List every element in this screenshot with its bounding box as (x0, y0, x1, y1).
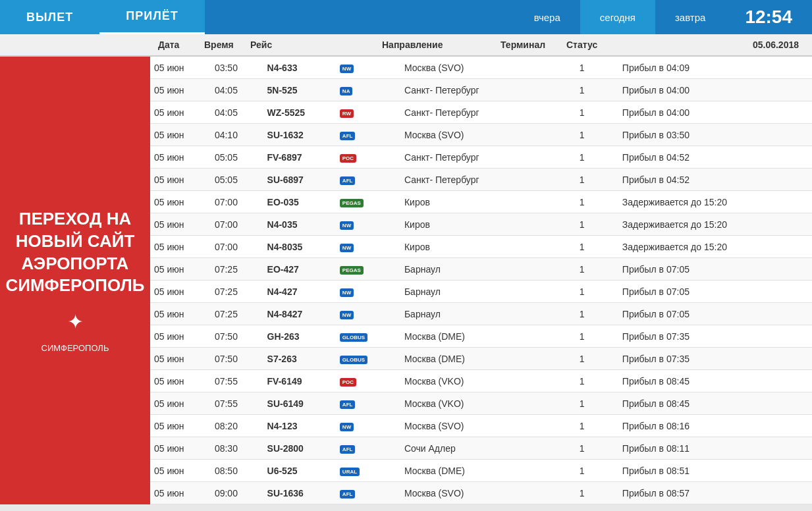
cell-airline-logo: GLOBUS (336, 325, 400, 348)
cell-flight: SU-6897 (263, 169, 336, 191)
departure-tab[interactable]: ВЫЛЕТ (0, 0, 99, 34)
main-content: ПЕРЕХОД НА НОВЫЙ САЙТ АЭРОПОРТА СИМФЕРОП… (0, 57, 812, 504)
cell-terminal: 1 (546, 482, 618, 504)
cell-status: Прибыл в 07:35 (618, 325, 812, 348)
cell-flight: EO-427 (263, 258, 336, 281)
cell-terminal: 1 (546, 57, 618, 79)
cell-airline-logo: РОС (336, 146, 400, 169)
header-flight: Рейс (250, 40, 329, 50)
cell-flight: 5N-525 (263, 79, 336, 101)
cell-flight: SU-6149 (263, 392, 336, 415)
airline-logo-icon: NW (340, 311, 354, 319)
cell-destination: Санкт- Петербург (400, 146, 546, 169)
table-row[interactable]: 05 июн 07:50 S7-263 GLOBUS Москва (DME) … (150, 348, 812, 370)
today-button[interactable]: сегодня (580, 0, 655, 34)
table-row[interactable]: 05 июн 09:00 SU-1636 AFL Москва (SVO) 1 … (150, 482, 812, 504)
cell-date: 05 июн (150, 303, 211, 325)
table-row[interactable]: 05 июн 05:05 FV-6897 РОС Санкт- Петербур… (150, 146, 812, 169)
cell-destination: Барнаул (400, 303, 546, 325)
table-row[interactable]: 05 июн 08:20 N4-123 NW Москва (SVO) 1 Пр… (150, 415, 812, 437)
cell-date: 05 июн (150, 281, 211, 303)
tomorrow-button[interactable]: завтра (655, 0, 725, 34)
cell-status: Задерживается до 15:20 (618, 191, 812, 213)
cell-time: 07:50 (211, 348, 263, 370)
cell-airline-logo: AFL (336, 392, 400, 415)
cell-flight: N4-8427 (263, 303, 336, 325)
cell-time: 03:50 (211, 57, 263, 79)
table-row[interactable]: 05 июн 07:25 N4-427 NW Барнаул 1 Прибыл … (150, 281, 812, 303)
table-row[interactable]: 05 июн 05:05 SU-6897 AFL Санкт- Петербур… (150, 169, 812, 191)
airline-logo-icon: РОС (340, 154, 356, 163)
airline-logo-icon: NW (340, 423, 354, 431)
cell-status: Прибыл в 04:00 (618, 79, 812, 101)
table-row[interactable]: 05 июн 03:50 N4-633 NW Москва (SVO) 1 Пр… (150, 57, 812, 79)
cell-time: 07:00 (211, 236, 263, 258)
cell-time: 05:05 (211, 169, 263, 191)
table-row[interactable]: 05 июн 07:00 N4-8035 NW Киров 1 Задержив… (150, 236, 812, 258)
cell-destination: Сочи Адлер (400, 437, 546, 460)
cell-destination: Москва (SVO) (400, 482, 546, 504)
table-row[interactable]: 05 июн 04:05 5N-525 NA Санкт- Петербург … (150, 79, 812, 101)
table-row[interactable]: 05 июн 07:55 SU-6149 AFL Москва (VKO) 1 … (150, 392, 812, 415)
airline-logo-icon: NW (340, 221, 354, 230)
table-row[interactable]: 05 июн 08:50 U6-525 URAL Москва (DME) 1 … (150, 460, 812, 482)
cell-status: Прибыл в 08:45 (618, 370, 812, 392)
left-banner[interactable]: ПЕРЕХОД НА НОВЫЙ САЙТ АЭРОПОРТА СИМФЕРОП… (0, 57, 150, 504)
cell-destination: Киров (400, 191, 546, 213)
cell-destination: Санкт- Петербург (400, 101, 546, 124)
airline-logo-icon: PEGAS (340, 266, 364, 275)
airline-logo-icon: NW (340, 288, 354, 297)
table-row[interactable]: 05 июн 07:00 N4-035 NW Киров 1 Задержива… (150, 213, 812, 236)
cell-date: 05 июн (150, 191, 211, 213)
table-row[interactable]: 05 июн 04:10 SU-1632 AFL Москва (SVO) 1 … (150, 124, 812, 146)
cell-flight: GH-263 (263, 325, 336, 348)
airline-logo-icon: AFL (340, 400, 356, 409)
cell-destination: Москва (VKO) (400, 370, 546, 392)
cell-date: 05 июн (150, 124, 211, 146)
airline-logo-icon: AFL (340, 176, 356, 185)
table-row[interactable]: 05 июн 07:50 GH-263 GLOBUS Москва (DME) … (150, 325, 812, 348)
cell-airline-logo: NA (336, 79, 400, 101)
header-date: Дата (151, 40, 204, 50)
cell-time: 07:50 (211, 325, 263, 348)
airline-logo-icon: PEGAS (340, 199, 364, 207)
cell-time: 07:25 (211, 258, 263, 281)
cell-destination: Москва (SVO) (400, 57, 546, 79)
cell-time: 05:05 (211, 146, 263, 169)
airline-logo-icon: AFL (340, 490, 356, 498)
header-destination: Направление (382, 40, 501, 50)
table-row[interactable]: 05 июн 07:00 EO-035 PEGAS Киров 1 Задерж… (150, 191, 812, 213)
table-row[interactable]: 05 июн 07:25 EO-427 PEGAS Барнаул 1 Приб… (150, 258, 812, 281)
airline-logo-icon: РОС (340, 378, 356, 387)
yesterday-button[interactable]: вчера (514, 0, 580, 34)
cell-terminal: 1 (546, 124, 618, 146)
cell-status: Прибыл в 07:05 (618, 258, 812, 281)
cell-airline-logo: AFL (336, 437, 400, 460)
arrival-tab[interactable]: ПРИЛЁТ (99, 0, 205, 34)
cell-date: 05 июн (150, 370, 211, 392)
table-row[interactable]: 05 июн 04:05 WZ-5525 RW Санкт- Петербург… (150, 101, 812, 124)
cell-date: 05 июн (150, 392, 211, 415)
cell-flight: N4-427 (263, 281, 336, 303)
cell-terminal: 1 (546, 415, 618, 437)
cell-time: 08:50 (211, 460, 263, 482)
cell-terminal: 1 (546, 392, 618, 415)
cell-airline-logo: РОС (336, 370, 400, 392)
table-row[interactable]: 05 июн 08:30 SU-2800 AFL Сочи Адлер 1 Пр… (150, 437, 812, 460)
cell-terminal: 1 (546, 79, 618, 101)
table-row[interactable]: 05 июн 07:55 FV-6149 РОС Москва (VKO) 1 … (150, 370, 812, 392)
cell-status: Задерживается до 15:20 (618, 213, 812, 236)
table-row[interactable]: 05 июн 07:25 N4-8427 NW Барнаул 1 Прибыл… (150, 303, 812, 325)
cell-time: 07:55 (211, 392, 263, 415)
cell-date: 05 июн (150, 482, 211, 504)
date-navigation: вчера сегодня завтра (514, 0, 726, 34)
banner-star-icon: ✦ (67, 310, 84, 333)
flights-table: 05 июн 03:50 N4-633 NW Москва (SVO) 1 Пр… (150, 57, 812, 504)
cell-date: 05 июн (150, 57, 211, 79)
cell-time: 04:05 (211, 101, 263, 124)
cell-terminal: 1 (546, 213, 618, 236)
cell-time: 07:00 (211, 213, 263, 236)
cell-destination: Москва (DME) (400, 460, 546, 482)
cell-flight: SU-1636 (263, 482, 336, 504)
cell-time: 07:00 (211, 191, 263, 213)
